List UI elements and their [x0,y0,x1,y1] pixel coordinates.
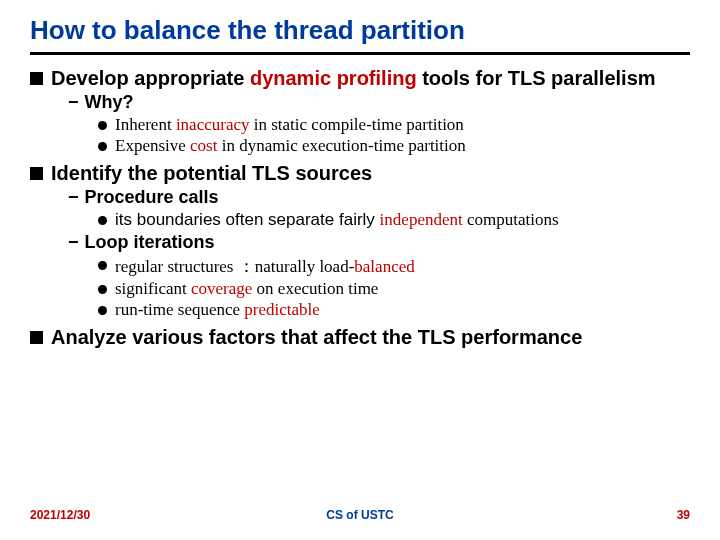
text: tools for TLS parallelism [417,67,656,89]
dash-icon: − [68,92,79,113]
text: in static compile-time partition [250,115,464,134]
text-emph: dynamic profiling [250,67,417,89]
text: Identify the potential TLS sources [51,162,690,185]
disc-icon [98,306,107,315]
text: on execution time [252,279,378,298]
page-number: 39 [677,508,690,522]
text: run-time sequence [115,300,244,319]
disc-icon [98,261,107,270]
title-underline [30,52,690,55]
footer-center: CS of USTC [0,508,720,522]
disc-icon [98,216,107,225]
disc-icon [98,285,107,294]
square-icon [30,331,43,344]
loop-detail-2: significant coverage on execution time [98,279,690,299]
text: regular structures ：naturally load- [115,257,354,276]
slide-title: How to balance the thread partition [30,15,690,46]
text-emph: cost [190,136,217,155]
bullet-analyze: Analyze various factors that affect the … [30,326,690,349]
text: significant [115,279,191,298]
footer: 2021/12/30 CS of USTC 39 [0,508,720,528]
text-emph: independent [380,210,463,229]
text: Why? [85,92,134,113]
sub-why-1: Inherent inaccuracy in static compile-ti… [98,115,690,135]
disc-icon [98,121,107,130]
text: computations [463,210,559,229]
bullet-identify: Identify the potential TLS sources [30,162,690,185]
sub-why-2: Expensive cost in dynamic execution-time… [98,136,690,156]
proc-detail: its boundaries often separate fairly ind… [98,210,690,230]
text-emph: balanced [354,257,414,276]
sub-procedure: − Procedure calls [68,187,690,208]
sub-why: − Why? [68,92,690,113]
text: Analyze various factors that affect the … [51,326,690,349]
dash-icon: − [68,232,79,253]
text-emph: predictable [244,300,320,319]
square-icon [30,72,43,85]
disc-icon [98,142,107,151]
text: its boundaries often separate fairly [115,210,380,229]
loop-detail-3: run-time sequence predictable [98,300,690,320]
text-emph: coverage [191,279,252,298]
text: Develop appropriate [51,67,250,89]
text-emph: inaccuracy [176,115,250,134]
sub-loop: − Loop iterations [68,232,690,253]
text: Expensive [115,136,190,155]
text: Inherent [115,115,176,134]
text: in dynamic execution-time partition [217,136,465,155]
loop-detail-1: regular structures ：naturally load-balan… [98,255,690,278]
bullet-develop: Develop appropriate dynamic profiling to… [30,67,690,90]
slide: How to balance the thread partition Deve… [0,0,720,349]
square-icon [30,167,43,180]
text: Loop iterations [85,232,215,253]
dash-icon: − [68,187,79,208]
text: Procedure calls [85,187,219,208]
